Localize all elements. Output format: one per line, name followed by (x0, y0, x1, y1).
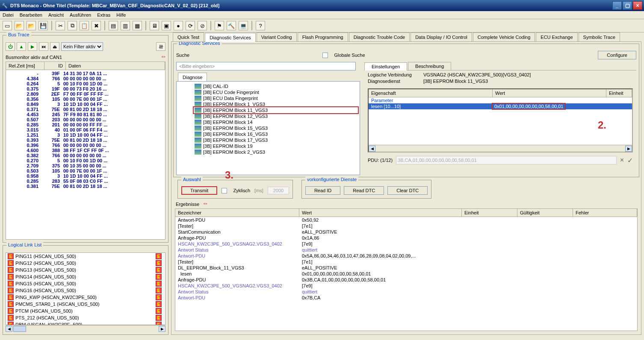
result-row[interactable]: lesen0x01,00,00,00,00,00,00,58,00,01 (175, 271, 637, 277)
layout1-icon[interactable]: ▤ (109, 21, 118, 30)
result-row[interactable]: Antwort Statusquittiert (175, 289, 637, 295)
clear-icon[interactable]: ✏ (162, 54, 165, 60)
tab-symbolic-trace[interactable]: Symbolic Trace (579, 32, 620, 41)
tree-item[interactable]: [3B] EEPROM Block 14 (194, 119, 358, 125)
clear-results-icon[interactable]: ✏ (204, 201, 207, 207)
search-input[interactable]: <Bitte eingeben> (176, 62, 356, 70)
paste-icon[interactable]: 📋 (80, 21, 89, 30)
bustrace-row[interactable]: 0.28520100 00 00 00 FF FF ... (8, 122, 163, 127)
run-icon[interactable]: ▶ (28, 42, 37, 51)
einstellungen-tab[interactable]: Einstellungen (364, 62, 407, 70)
rcol-einheit[interactable]: Einheit (462, 209, 517, 217)
menu-extras[interactable]: Extras (97, 12, 110, 18)
pdu-input[interactable] (396, 156, 617, 164)
link-item[interactable]: EPING14 (HSCAN_UDS_500)E (6, 273, 165, 280)
tree-item[interactable]: [3B] EEPROM Block 12_VGS3 (194, 113, 358, 119)
filter-icon[interactable]: 𝍸 (156, 42, 165, 51)
layout2-icon[interactable]: ▥ (121, 21, 130, 30)
monitor-icon[interactable]: 🖥 (150, 21, 159, 30)
prop-scroll-right-icon[interactable]: ▶ (625, 146, 632, 152)
start-icon[interactable]: ▲ (17, 42, 26, 51)
bustrace-row[interactable]: 2.70937500 10 35 00 00 00 ... (8, 163, 163, 168)
tree-item[interactable]: [3B] ECU Data Fingerprint (194, 95, 358, 101)
col-eigenschaft[interactable]: Eigenschaft (369, 89, 493, 97)
result-row[interactable]: StartCommunicationeALL_POSITIVE (175, 229, 637, 235)
link-item[interactable]: ERBM (HSCAN_KW2C3PE_500)E (6, 321, 165, 325)
zyklisch-input[interactable] (268, 187, 289, 194)
prop-scroll-left-icon[interactable]: ◀ (369, 146, 375, 152)
col-daten[interactable]: Daten (66, 62, 165, 70)
new-icon[interactable]: ▭ (3, 21, 12, 30)
bustrace-row[interactable]: -39F14 31 30 17 0A 11 ... (8, 71, 163, 76)
tab-diagnostic-services[interactable]: Diagnostic Services (205, 33, 256, 42)
col-id[interactable]: ID (44, 62, 66, 70)
tree-item[interactable]: [3B] EEPROM Block 19 (194, 143, 358, 149)
menu-ansicht[interactable]: Ansicht (48, 12, 64, 18)
menu-bearbeiten[interactable]: Bearbeiten (20, 12, 42, 18)
bustrace-row[interactable]: 0.38175E00 81 00 2D 18 18 ... (8, 184, 163, 189)
pdu-confirm-icon[interactable]: ✓ (627, 156, 633, 164)
tree-item[interactable]: [3B] EEPROM Block 2_VGS3 (194, 149, 358, 155)
result-row[interactable]: [Tester][7e1] (175, 259, 637, 265)
bustrace-row[interactable]: 0.50720300 00 00 00 00 00 ... (8, 117, 163, 122)
cleardtc-button[interactable]: Clear DTC (387, 186, 428, 195)
link-item[interactable]: EPING11 (HSCAN_UDS_500)E (6, 253, 165, 260)
result-row[interactable]: DL_EEPROM_Block_11_VGS3eALL_POSITIVE (175, 265, 637, 271)
copy-icon[interactable]: ⧉ (68, 21, 77, 30)
bustrace-row[interactable]: 4.60038838 FF 1F CF FF 0F ... (8, 148, 163, 153)
bustrace-row[interactable]: 0.958310 1D 10 00 04 FF ... (8, 173, 163, 179)
tab-variant-coding[interactable]: Variant Coding (257, 32, 297, 41)
bustrace-row[interactable]: 2.8092EFF7 00 FF 0F FF FF ... (8, 91, 163, 97)
tab-flash-programming[interactable]: Flash Programming (298, 32, 348, 41)
result-row[interactable]: Anfrage-PDU0x3B,CA,01,00,00,00,00,00,00,… (175, 277, 637, 283)
link-item[interactable]: EPING15 (HSCAN_UDS_500)E (6, 280, 165, 287)
result-row[interactable]: HSCAN_KW2C3PE_500_VGSNAG2.VGS3_0402[7e9] (175, 241, 637, 247)
tree-item[interactable]: [3B] ECU Code Fingerprint (194, 89, 358, 95)
tree-item[interactable]: [3B] EEPROM Block 1_VGS3 (194, 101, 358, 107)
lesen-row[interactable]: lesen [10...10] 0x01,00,00,00,00,00,00,5… (369, 103, 632, 109)
tool-icon[interactable]: 🔨 (227, 21, 236, 30)
tab-complete-vehicle-coding[interactable]: Complete Vehicle Coding (473, 32, 535, 41)
result-row[interactable]: HSCAN_KW2C3PE_500_VGSNAG2.VGS3_0402[7e9] (175, 283, 637, 289)
export-icon[interactable]: ⏏ (50, 42, 59, 51)
bustrace-row[interactable]: 0.28528355 0F 08 03 C0 FF ... (8, 179, 163, 184)
diagnose-tree[interactable]: [3B] CAL-ID[3B] ECU Code Fingerprint[3B]… (176, 81, 360, 175)
readid-button[interactable]: Read ID (305, 186, 340, 195)
delete-icon[interactable]: ✖ (92, 21, 101, 30)
tree-item[interactable]: [3B] EEPROM Block 16_VGS3 (194, 131, 358, 137)
result-row[interactable]: Antwort Statusquittiert (175, 247, 637, 253)
bustrace-row[interactable]: 0.39375E00 81 00 2D 18 18 ... (8, 138, 163, 143)
link-item[interactable]: EPMCMS_STAR0_1 (HSCAN_UDS_500)E (6, 301, 165, 308)
rcol-fehler[interactable]: Fehler (573, 209, 637, 217)
open-icon[interactable]: 📂 (15, 21, 24, 30)
refresh-icon[interactable]: ⟳ (186, 21, 195, 30)
col-relzeit[interactable]: Rel.Zeit [ms] (6, 62, 44, 70)
bustrace-row[interactable]: 0.37175E00 81 00 2D 18 18 ... (8, 107, 163, 112)
minimize-button[interactable]: _ (612, 1, 622, 10)
readdtc-button[interactable]: Read DTC (344, 186, 384, 195)
window-icon[interactable]: ▣ (162, 21, 171, 30)
tree-item[interactable]: [3B] EEPROM Block 17_VGS3 (194, 137, 358, 143)
tab-data-display-io-control[interactable]: Data Display / IO Control (411, 32, 472, 41)
help-icon[interactable]: ? (256, 21, 265, 30)
rcol-wert[interactable]: Wert (299, 209, 462, 217)
result-row[interactable]: Antwort-PDU0x50,92 (175, 217, 637, 223)
col-wert[interactable]: Wert (493, 89, 606, 97)
linklist-scrollbar[interactable]: ◀ ▶ (6, 325, 165, 332)
tree-item[interactable]: [3B] EEPROM Block 11_VGS3 (194, 107, 358, 113)
bustrace-row[interactable]: 4.4532457F F9 80 81 81 80 ... (8, 112, 163, 117)
bustrace-row[interactable]: 0.35610500 00 7E 00 00 1F ... (8, 97, 163, 102)
menu-hilfe[interactable]: Hilfe (116, 12, 126, 18)
pdu-cancel-icon[interactable]: × (620, 156, 624, 164)
open2-icon[interactable]: 📂 (27, 21, 36, 30)
result-row[interactable]: [Tester][7e1] (175, 223, 637, 229)
col-einheit[interactable]: Einheit (606, 89, 632, 97)
scroll-right-icon[interactable]: ▶ (159, 326, 165, 332)
menu-ausführen[interactable]: Ausführen (70, 12, 91, 18)
logical-link-list[interactable]: EPING11 (HSCAN_UDS_500)EEPING12 (HSCAN_U… (6, 252, 165, 325)
bustrace-row[interactable]: 0.270500 10 F0 00 1D 00 ... (8, 158, 163, 163)
save-icon[interactable]: 💾 (38, 21, 48, 30)
bustrace-row[interactable]: 0.849310 1D 10 00 04 FF ... (8, 102, 163, 107)
step-icon[interactable]: ⏭ (39, 42, 48, 51)
tree-item[interactable]: [3B] EEPROM Block 15_VGS3 (194, 125, 358, 131)
